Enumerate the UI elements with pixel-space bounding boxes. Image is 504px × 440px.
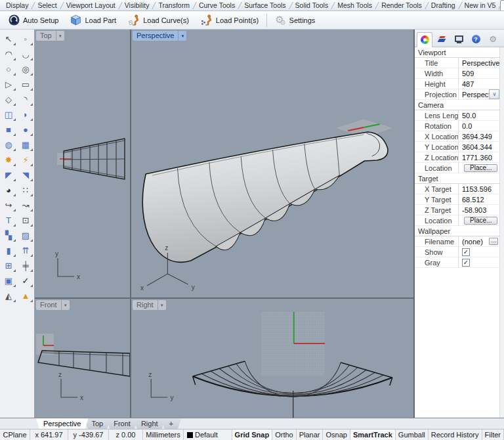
copy-tool[interactable]: ▣: [0, 273, 17, 288]
status-toggle[interactable]: Gumball: [396, 429, 429, 440]
control-point-curve-tool[interactable]: ◡: [17, 47, 34, 62]
status-toggle[interactable]: Osnap: [323, 429, 350, 440]
panel-scrollbar[interactable]: [499, 47, 504, 418]
menu-tab[interactable]: Display: [1, 0, 33, 11]
viewport-top-title[interactable]: Top: [36, 31, 56, 41]
point-tool[interactable]: ◦: [17, 32, 34, 47]
check-tool[interactable]: ✓: [17, 273, 34, 288]
viewport-top-menu-arrow[interactable]: ▼: [56, 31, 64, 41]
viewport-tab[interactable]: Right: [134, 418, 165, 429]
viewport-front-menu-arrow[interactable]: ▼: [61, 300, 70, 310]
ellipse-tool[interactable]: ◎: [17, 62, 34, 77]
mesh-box-tool[interactable]: ▦: [17, 137, 34, 152]
status-toggle[interactable]: SmartTrack: [350, 429, 396, 440]
filename-value[interactable]: (none) …: [458, 236, 499, 246]
blast-tool[interactable]: ⚡: [17, 152, 34, 167]
array-tool[interactable]: ▨: [17, 228, 34, 243]
viewport-perspective-title[interactable]: Perspective: [133, 31, 178, 41]
settings-button[interactable]: ⚙ ⚙ Settings: [269, 12, 321, 28]
text-tool[interactable]: T: [0, 213, 17, 228]
viewport-front[interactable]: Front ▼ z x: [35, 299, 130, 418]
menu-tab[interactable]: Render Tools: [377, 0, 427, 11]
extrude-tool[interactable]: ⇈: [17, 243, 34, 258]
freeform-curve-tool[interactable]: ◝: [17, 92, 34, 107]
target-place-button[interactable]: Place...: [464, 217, 497, 225]
circle-tool[interactable]: ○: [0, 62, 17, 77]
polyline-tool[interactable]: ◠: [0, 47, 17, 62]
title-value[interactable]: Perspective: [458, 58, 499, 68]
viewport-perspective[interactable]: Perspective ▼: [131, 30, 413, 297]
status-toggle[interactable]: Ortho: [272, 429, 297, 440]
help-tab[interactable]: ?: [468, 32, 484, 47]
viewport-tab[interactable]: Perspective: [36, 418, 88, 429]
status-toggle[interactable]: Planar: [297, 429, 324, 440]
x-target-value[interactable]: 1153.596: [458, 184, 499, 194]
rotation-value[interactable]: 0.0: [458, 121, 499, 131]
select-tool[interactable]: ↖: [0, 32, 17, 47]
lens-length-value[interactable]: 50.0: [458, 110, 499, 120]
projection-dropdown-arrow[interactable]: ∨: [489, 89, 499, 99]
explode-tool[interactable]: ✸: [0, 152, 17, 167]
split-tool[interactable]: ◥: [17, 167, 34, 183]
status-toggle[interactable]: Filter: [482, 429, 504, 440]
rectangle-tool[interactable]: ▭: [17, 77, 34, 92]
rectangular-array-tool[interactable]: ⊞: [0, 258, 17, 273]
menu-tab[interactable]: Surface Tools: [240, 0, 290, 11]
menu-tab[interactable]: Visibility: [120, 0, 154, 11]
z-target-value[interactable]: -58.903: [458, 205, 499, 215]
point-edit-tool[interactable]: ⊡: [17, 213, 34, 228]
trim-tool[interactable]: ◤: [0, 167, 17, 183]
viewport-perspective-menu-arrow[interactable]: ▼: [178, 31, 186, 41]
solid-union-tool[interactable]: ▮: [0, 243, 17, 258]
current-layer-button[interactable]: Default: [184, 429, 232, 440]
polygon-tool[interactable]: ◇: [0, 92, 17, 107]
surface-from-points-tool[interactable]: ◫: [0, 107, 17, 122]
fillet-curve-tool[interactable]: ↪: [0, 198, 17, 213]
group-tool[interactable]: ▚: [0, 228, 17, 243]
show-checkbox[interactable]: ✓: [462, 248, 470, 256]
gray-checkbox[interactable]: ✓: [462, 259, 470, 267]
z-location-value[interactable]: 1771.360: [458, 152, 499, 162]
layers-tab[interactable]: [434, 32, 450, 47]
y-location-value[interactable]: 3604.344: [458, 142, 499, 152]
viewport-tab[interactable]: Front: [106, 418, 138, 429]
menu-tab[interactable]: Solid Tools: [291, 0, 333, 11]
status-toggle[interactable]: Record History: [429, 429, 482, 440]
patch-surface-tool[interactable]: ◗: [17, 107, 34, 122]
box-tool[interactable]: ■: [0, 122, 17, 137]
height-value[interactable]: 487: [458, 79, 499, 89]
width-value[interactable]: 509: [458, 68, 499, 78]
cone-tool[interactable]: ◭: [0, 288, 17, 303]
boolean-difference-tool[interactable]: ∷: [17, 183, 34, 198]
boolean-union-tool[interactable]: ◕: [0, 183, 17, 198]
load-part-button[interactable]: Load Part: [64, 12, 122, 28]
status-toggle[interactable]: Grid Snap: [232, 429, 273, 440]
camera-place-button[interactable]: Place...: [464, 164, 497, 172]
units-button[interactable]: Millimeters: [143, 429, 184, 440]
linear-array-tool[interactable]: ╪: [17, 258, 34, 273]
properties-tab[interactable]: [417, 32, 432, 47]
load-curves-button[interactable]: Load Curve(s): [122, 12, 195, 28]
new-viewport-tab-button[interactable]: +: [161, 418, 181, 429]
display-tab[interactable]: [451, 32, 467, 47]
x-location-value[interactable]: 3694.349: [458, 131, 499, 141]
viewport-tab[interactable]: Top: [84, 418, 110, 429]
viewport-right[interactable]: Right ▼: [131, 299, 413, 418]
auto-setup-button[interactable]: Auto Setup: [3, 12, 64, 28]
viewport-top[interactable]: Top ▼: [35, 30, 130, 297]
menu-tab[interactable]: Select: [33, 0, 61, 11]
menu-tab[interactable]: Drafting: [427, 0, 460, 11]
menu-tab[interactable]: Viewport Layout: [62, 0, 120, 11]
load-points-button[interactable]: Load Point(s): [195, 12, 264, 28]
viewport-front-title[interactable]: Front: [36, 300, 61, 310]
browse-button[interactable]: …: [489, 238, 498, 245]
viewport-right-title[interactable]: Right: [133, 300, 158, 310]
pyramid-tool[interactable]: ▲: [17, 288, 34, 303]
menu-tab[interactable]: New in V5: [460, 0, 501, 11]
arc-tool[interactable]: ▷: [0, 77, 17, 92]
menu-tab[interactable]: Mesh Tools: [333, 0, 377, 11]
sphere-tool[interactable]: ●: [17, 122, 34, 137]
y-target-value[interactable]: 68.512: [458, 194, 499, 204]
projection-select[interactable]: Perspecti... ∨: [458, 89, 499, 99]
torus-tool[interactable]: ◍: [0, 137, 17, 152]
